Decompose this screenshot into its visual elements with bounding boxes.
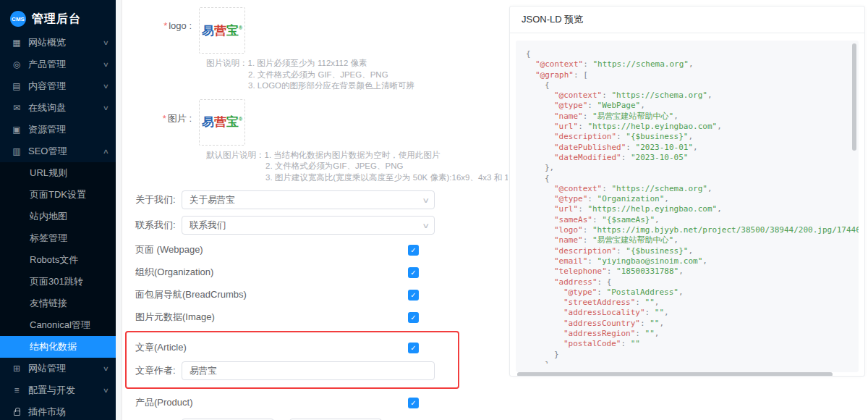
sidebar-menu-top: ▦网站概览∨◎产品管理∨▤内容管理∨✉在线询盘∨▣资源管理▥SEO管理∧ — [0, 32, 116, 162]
code-line: "dateModified": "2023-10-05" — [526, 153, 859, 163]
code-line: "addressLocality": "", — [526, 308, 859, 318]
submenu-item-label: 页面301跳转 — [30, 275, 109, 288]
logo-brand-image: 易营宝® — [202, 22, 242, 39]
jsonld-preview-card: JSON-LD 预览 {"@context": "https://schema.… — [509, 6, 865, 377]
chevron-icon: ∨ — [103, 104, 109, 112]
check-icon: ✓ — [410, 399, 416, 407]
sidebar-item-产品管理[interactable]: ◎产品管理∨ — [0, 54, 116, 75]
code-line: "name": "易营宝建站帮助中心", — [526, 235, 859, 245]
submenu-item-label: 友情链接 — [30, 297, 109, 310]
submenu-item-Canonical管理[interactable]: Canonical管理 — [0, 314, 116, 336]
code-line: "@context": "https://schema.org", — [526, 59, 859, 70]
code-line: "telephone": "18500331788", — [526, 266, 859, 277]
content-scroll-gutter[interactable] — [116, 0, 122, 420]
code-line: "name": "易营宝建站帮助中心", — [526, 112, 859, 122]
sidebar-item-label: 产品管理 — [28, 58, 97, 71]
image-upload-box[interactable]: 易营宝® — [199, 99, 245, 146]
sidebar-item-内容管理[interactable]: ▤内容管理∨ — [0, 75, 116, 97]
code-line: "addressRegion": "", — [526, 329, 859, 339]
sidebar-item-插件市场[interactable]: 插件市场 — [0, 401, 116, 420]
code-line: { — [526, 174, 859, 184]
code-line: "@type": "Organization", — [526, 194, 859, 204]
seo-icon: ▥ — [12, 146, 22, 156]
sidebar-item-在线询盘[interactable]: ✉在线询盘∨ — [0, 97, 116, 119]
content-icon: ▤ — [12, 81, 22, 91]
code-line: { — [526, 49, 859, 59]
sidebar-item-SEO管理[interactable]: ▥SEO管理∧ — [0, 140, 116, 162]
code-line: "url": "https://help.eyingbao.com", — [526, 204, 859, 214]
code-line: } — [526, 350, 859, 360]
toggle-rows-group: 产品(Product)✓ — [135, 394, 508, 411]
checkbox-checked[interactable]: ✓ — [408, 245, 419, 256]
checkbox-checked[interactable]: ✓ — [408, 343, 419, 353]
toggle-label: 文章(Article) — [135, 341, 187, 354]
app-root: CMS 管理后台 ▦网站概览∨◎产品管理∨▤内容管理∨✉在线询盘∨▣资源管理▥S… — [0, 0, 868, 420]
submenu-item-页面301跳转[interactable]: 页面301跳转 — [0, 271, 116, 293]
check-icon: ✓ — [410, 246, 416, 254]
sidebar-item-label: 内容管理 — [28, 80, 97, 93]
chevron-icon: ∨ — [103, 83, 109, 90]
logo-upload-box[interactable]: 易营宝® — [199, 7, 245, 54]
image-help-text: 默认图片说明：1. 当结构化数据内图片数据为空时，使用此图片 2. 文件格式必须… — [206, 150, 508, 184]
sidebar-item-网站管理[interactable]: ⊞网站管理∨ — [0, 358, 116, 379]
sidebar-menu-bottom: ⊞网站管理∨≡配置与开发∨插件市场 — [0, 358, 116, 420]
checkbox-checked[interactable]: ✓ — [408, 290, 419, 301]
checkbox-checked[interactable]: ✓ — [408, 312, 419, 323]
chevron-down-icon: ∨ — [422, 222, 430, 230]
article-author-input[interactable] — [182, 361, 435, 380]
about-us-value: 关于易营宝 — [190, 194, 235, 206]
contact-us-select[interactable]: 联系我们 ∨ — [182, 216, 435, 235]
checkbox-checked[interactable]: ✓ — [408, 267, 419, 278]
sidebar-item-网站概览[interactable]: ▦网站概览∨ — [0, 32, 116, 54]
submenu-item-label: 站内地图 — [30, 210, 109, 223]
horizontal-scrollbar[interactable] — [517, 372, 833, 377]
lock-icon — [12, 407, 22, 417]
vertical-scrollbar[interactable] — [852, 43, 856, 151]
required-asterisk: * — [163, 20, 167, 31]
sidebar-item-label: 网站概览 — [28, 36, 97, 49]
code-line: "@type": "PostalAddress", — [526, 287, 859, 298]
code-line: "streetAddress": "", — [526, 298, 859, 308]
submenu-item-URL规则[interactable]: URL规则 — [0, 162, 116, 184]
submenu-item-站内地图[interactable]: 站内地图 — [0, 206, 116, 227]
submenu-item-Robots文件[interactable]: Robots文件 — [0, 249, 116, 271]
sidebar-item-配置与开发[interactable]: ≡配置与开发∨ — [0, 379, 116, 401]
code-line: }, — [526, 163, 859, 173]
code-line: "@context": "https://schema.org", — [526, 91, 859, 101]
toggle-row: 图片元数据(Image)✓ — [135, 308, 419, 326]
config-icon: ≡ — [12, 385, 22, 395]
code-line: "description": "{$business}", — [526, 132, 859, 142]
toggle-row: 产品(Product)✓ — [135, 394, 419, 411]
submenu-item-label: URL规则 — [30, 167, 109, 180]
code-line: "postalCode": "" — [526, 339, 859, 349]
code-line: }, — [526, 360, 859, 364]
submenu-item-label: 页面TDK设置 — [30, 188, 109, 201]
about-us-label: 关于我们: — [135, 193, 182, 206]
sidebar-item-label: 配置与开发 — [28, 384, 97, 397]
code-line: "description": "{$business}", — [526, 246, 859, 256]
sidebar-item-label: 在线询盘 — [28, 101, 97, 114]
image-field-row: *图片 : 易营宝® — [135, 99, 508, 146]
about-us-select[interactable]: 关于易营宝 ∨ — [182, 190, 435, 209]
submenu-item-页面TDK设置[interactable]: 页面TDK设置 — [0, 184, 116, 206]
submenu-item-友情链接[interactable]: 友情链接 — [0, 293, 116, 314]
code-line: "datePublished": "2023-10-01", — [526, 143, 859, 153]
chevron-icon: ∨ — [103, 61, 109, 68]
chevron-icon: ∧ — [103, 148, 109, 155]
contact-us-row: 联系我们: 联系我们 ∨ — [135, 216, 508, 235]
toggle-label: 图片元数据(Image) — [135, 311, 215, 324]
site-icon: ⊞ — [12, 364, 22, 374]
toggle-row: 文章(Article)✓ — [135, 339, 419, 356]
app-title: 管理后台 — [32, 12, 81, 27]
submenu-item-标签管理[interactable]: 标签管理 — [0, 227, 116, 249]
submenu-item-label: 标签管理 — [30, 232, 109, 245]
logo-label: *logo : — [135, 7, 199, 54]
chevron-icon: ∨ — [103, 39, 109, 46]
toggle-row: 组织(Organization)✓ — [135, 264, 419, 281]
sidebar-item-资源管理[interactable]: ▣资源管理 — [0, 119, 116, 140]
check-icon: ✓ — [410, 291, 416, 299]
required-asterisk: * — [163, 113, 166, 124]
submenu-item-结构化数据[interactable]: 结构化数据 — [0, 336, 116, 358]
checkbox-checked[interactable]: ✓ — [408, 398, 419, 408]
article-annotation-box: 文章(Article)✓ 文章作者: — [125, 331, 459, 389]
